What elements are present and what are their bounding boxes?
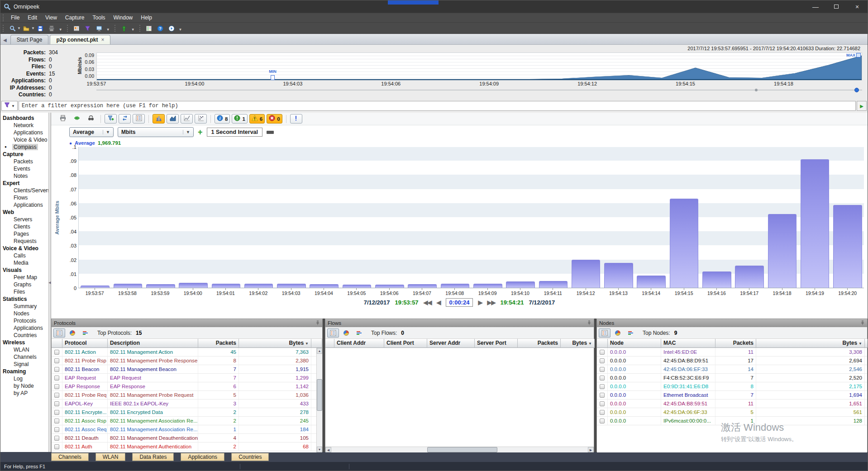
bar-19:54:04[interactable]	[310, 284, 339, 288]
sidebar-item-requests[interactable]: Requests	[0, 238, 48, 245]
sidebar-item-applications[interactable]: Applications	[0, 129, 48, 136]
bar-19:54:09[interactable]	[473, 284, 502, 288]
line-chart-button[interactable]	[181, 114, 193, 124]
search-button[interactable]	[85, 114, 97, 124]
sidebar-item-by-ap[interactable]: by AP	[0, 390, 48, 397]
table-row[interactable]: EAP RequestEAP Request71,299	[52, 374, 322, 382]
sidebar-item-packets[interactable]: Packets	[0, 158, 48, 165]
bottom-tab-channels[interactable]: Channels	[51, 453, 89, 461]
column-header-packets[interactable]: Packets	[518, 339, 561, 348]
pin-icon[interactable]	[860, 319, 865, 327]
sidebar-item-protocols[interactable]: Protocols	[0, 317, 48, 324]
row-checkbox[interactable]	[600, 410, 605, 415]
print-button[interactable]	[46, 24, 57, 33]
row-checkbox[interactable]	[54, 427, 59, 432]
sidebar-item-servers[interactable]: Servers	[0, 216, 48, 223]
table-row[interactable]: 802.11 Assoc Rsp802.11 Management Associ…	[52, 417, 322, 425]
major-events-button[interactable]: 6	[249, 114, 265, 124]
window-duration-field[interactable]: 0:00:24	[446, 298, 473, 307]
bar-19:54:03[interactable]	[277, 284, 306, 288]
step-forward-button[interactable]: ▶	[478, 299, 482, 306]
column-header-mac[interactable]: MAC	[661, 339, 715, 348]
overview-range-slider[interactable]	[96, 87, 862, 93]
sidebar-item-compass[interactable]: ●Compass	[0, 143, 48, 151]
row-checkbox[interactable]	[54, 410, 59, 415]
scatter-chart-button[interactable]	[195, 114, 207, 124]
table-row[interactable]: EAP ResponseEAP Response61,142	[52, 382, 322, 391]
sidebar-item-applications[interactable]: Applications	[0, 201, 48, 209]
close-button[interactable]: ×	[847, 0, 868, 13]
bar-19:53:58[interactable]	[114, 284, 143, 288]
table-row[interactable]: 802.11 Beacon802.11 Management Beacon71,…	[52, 365, 322, 374]
column-header-bytes[interactable]: Bytes▼	[756, 339, 865, 348]
row-checkbox[interactable]	[54, 401, 59, 406]
bar-19:54:14[interactable]	[637, 276, 666, 288]
row-checkbox[interactable]	[54, 444, 59, 449]
bottom-tab-countries[interactable]: Countries	[231, 453, 269, 461]
bar-19:54:20[interactable]	[833, 205, 862, 288]
insert-filter-button[interactable]	[105, 114, 117, 124]
menu-file[interactable]: File	[7, 13, 24, 22]
bar-19:53:57[interactable]	[81, 285, 110, 288]
units-select[interactable]: Mbits▼	[118, 127, 194, 137]
panel-title-bar[interactable]: Protocols	[52, 319, 322, 327]
row-checkbox[interactable]	[600, 376, 605, 381]
column-header-bytes[interactable]: Bytes▼	[561, 339, 595, 348]
row-checkbox[interactable]	[54, 384, 59, 389]
jump-start-button[interactable]: ◀◀	[424, 299, 432, 306]
pie-view-button[interactable]	[340, 328, 352, 338]
table-row[interactable]: 0.0.0.0F4:CB:52:3C:E6:F972,520	[597, 374, 867, 382]
pin-icon[interactable]	[315, 319, 320, 327]
bar-19:54:13[interactable]	[604, 263, 633, 288]
bar-19:54:11[interactable]	[539, 281, 568, 288]
sidebar-item-flows[interactable]: Flows	[0, 194, 48, 201]
bar-19:54:15[interactable]	[670, 199, 699, 288]
open-file-button[interactable]	[21, 24, 32, 33]
new-capture-button[interactable]	[7, 24, 18, 33]
row-checkbox[interactable]	[54, 436, 59, 441]
severe-events-button[interactable]: 0	[267, 114, 282, 124]
help-button[interactable]: ?	[155, 24, 166, 33]
start-capture-button[interactable]	[119, 24, 130, 33]
horizontal-scrollbar[interactable]: ◀ ▶	[325, 447, 594, 452]
sidebar-item-log[interactable]: Log	[0, 375, 48, 382]
table-row[interactable]: 0.0.0.042:45:DA:06:EF:33142,546	[597, 365, 867, 374]
bar-19:53:59[interactable]	[146, 284, 175, 288]
table-row[interactable]: 0.0.0.042:45:DA:06:6F:335561	[597, 408, 867, 417]
row-checkbox[interactable]	[600, 393, 605, 398]
sidebar-item-media[interactable]: Media	[0, 259, 48, 266]
scrollbar-thumb[interactable]	[317, 379, 322, 411]
sidebar-item-wlan[interactable]: WLAN	[0, 346, 48, 353]
bar-chart-button[interactable]	[153, 114, 165, 124]
table-row[interactable]: 802.11 Action802.11 Management Action457…	[52, 348, 322, 357]
sidebar-item-clients[interactable]: Clients	[0, 223, 48, 230]
bar-view-button[interactable]	[353, 328, 365, 338]
row-checkbox[interactable]	[600, 384, 605, 389]
sidebar-item-nodes[interactable]: Nodes	[0, 310, 48, 317]
table-row[interactable]: 0.0.0.0IPv6mcast:00:00:0...1128	[597, 417, 867, 425]
bar-view-button[interactable]	[625, 328, 637, 338]
table-row[interactable]: 0.0.0.042:45:DA:B8:D9:51172,694	[597, 357, 867, 365]
scroll-down-icon[interactable]: ▼	[317, 447, 322, 452]
bottom-tab-applications[interactable]: Applications	[181, 453, 224, 461]
menu-help[interactable]: Help	[137, 13, 156, 22]
minor-events-button[interactable]: 1	[232, 114, 247, 124]
menu-edit[interactable]: Edit	[24, 13, 41, 22]
sidebar-item-clients-servers[interactable]: Clients/Servers	[0, 187, 48, 194]
list-view-button[interactable]	[599, 328, 610, 338]
table-row[interactable]: EAPOL-KeyIEEE 802.1x EAPOL-Key3433	[52, 400, 322, 408]
column-header-protocol[interactable]: Protocol	[62, 339, 108, 348]
sidebar-item-events[interactable]: Events	[0, 165, 48, 172]
bar-19:54:05[interactable]	[343, 285, 372, 288]
pie-view-button[interactable]	[67, 328, 78, 338]
bar-19:54:10[interactable]	[506, 281, 535, 288]
bar-19:54:19[interactable]	[801, 159, 830, 288]
statistic-select[interactable]: Average▼	[69, 127, 114, 137]
table-row[interactable]: 0.0.0.0E0:9D:31:41:E6:D882,175	[597, 382, 867, 391]
row-checkbox[interactable]	[600, 358, 605, 363]
bar-19:54:00[interactable]	[179, 283, 208, 288]
min-marker[interactable]: MIN	[269, 70, 277, 82]
panel-title-bar[interactable]: Flows	[325, 319, 594, 327]
scroll-left-icon[interactable]: ◀	[325, 447, 331, 452]
row-checkbox[interactable]	[600, 350, 605, 355]
